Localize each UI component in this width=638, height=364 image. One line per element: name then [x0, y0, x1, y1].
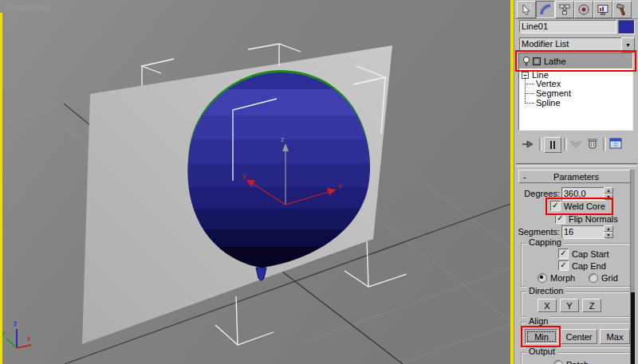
modify-curve-icon	[539, 3, 552, 16]
direction-y-label: Y	[566, 301, 572, 311]
pin-stack-icon	[521, 138, 537, 151]
stack-toolbar	[514, 135, 638, 155]
spinner-up-icon[interactable]: ▴	[604, 187, 613, 194]
cap-end-row: ✓ Cap End	[558, 260, 606, 271]
cap-end-checkbox[interactable]: ✓	[558, 260, 569, 271]
viewport-label[interactable]: Perspective	[5, 2, 50, 12]
tab-display[interactable]	[593, 1, 612, 18]
modifier-box-icon	[533, 57, 541, 65]
rollout-collapse-icon: -	[523, 172, 526, 182]
capping-group-title: Capping	[526, 237, 564, 247]
command-panel: Line01 Modifier List ▼ Lathe	[514, 0, 638, 364]
viewport-canvas: z x y z y x	[0, 0, 514, 364]
align-min-label: Min	[534, 332, 549, 342]
cap-start-checkbox[interactable]: ✓	[558, 249, 569, 259]
grid-radio[interactable]	[589, 273, 598, 283]
make-unique-button[interactable]	[569, 138, 583, 152]
make-unique-icon	[569, 138, 583, 151]
weld-core-checkbox[interactable]: ✓	[550, 201, 561, 211]
tab-create[interactable]	[517, 1, 536, 18]
tripod-z-label: z	[14, 319, 18, 327]
tab-motion[interactable]	[574, 1, 593, 18]
hierarchy-icon	[558, 3, 571, 16]
direction-y-button[interactable]: Y	[560, 299, 579, 312]
morph-label: Morph	[550, 273, 575, 283]
weld-core-label: Weld Core	[564, 202, 605, 211]
direction-z-button[interactable]: Z	[582, 299, 601, 312]
remove-modifier-button[interactable]	[586, 137, 599, 152]
capping-group: Capping ✓ Cap Start ✓ Cap End Morph Grid	[521, 243, 631, 287]
grid-radio-row: Grid	[589, 273, 618, 283]
patch-radio-row: Patch	[553, 360, 589, 364]
tripod-x-label: x	[27, 335, 31, 342]
tab-hierarchy[interactable]	[555, 1, 574, 18]
segments-value: 16	[564, 227, 573, 237]
parameters-rollout-header[interactable]: - Parameters	[518, 170, 634, 183]
direction-x-label: X	[544, 301, 549, 311]
object-name-field[interactable]: Line01	[519, 20, 616, 33]
spinner-up-icon[interactable]: ▴	[604, 225, 613, 232]
patch-radio[interactable]	[553, 360, 563, 364]
align-group-title: Align	[526, 316, 550, 326]
stack-item-segment[interactable]: Segment	[526, 88, 571, 98]
modifier-list-dropdown[interactable]: Modifier List	[519, 37, 626, 51]
tab-utilities[interactable]	[612, 1, 632, 18]
tab-modify[interactable]	[536, 1, 555, 18]
segments-label: Segments:	[516, 227, 560, 237]
perspective-viewport[interactable]: z x y z y x Perspe	[0, 0, 514, 364]
flip-normals-checkbox[interactable]: ✓	[555, 213, 565, 224]
utilities-hammer-icon	[616, 3, 628, 16]
align-max-button[interactable]: Max	[600, 329, 630, 344]
tree-branch-line	[526, 93, 534, 95]
flip-normals-label: Flip Normals	[569, 214, 618, 224]
direction-z-label: Z	[589, 301, 595, 311]
direction-group-title: Direction	[526, 286, 565, 296]
object-name-text: Line01	[522, 22, 548, 31]
remove-modifier-icon	[586, 137, 599, 151]
segments-spinner[interactable]: ▴ ▾	[604, 225, 613, 237]
direction-group: Direction X Y Z	[521, 292, 631, 317]
stack-item-vertex[interactable]: Vertex	[526, 79, 561, 88]
output-group-title: Output	[526, 346, 557, 356]
direction-x-button[interactable]: X	[538, 299, 557, 312]
toolbar-separator	[539, 138, 542, 151]
configure-modifier-sets-icon	[609, 137, 623, 150]
stack-item-segment-label: Segment	[536, 88, 571, 98]
modifier-list-arrow-button[interactable]: ▼	[621, 37, 635, 53]
stack-item-spline[interactable]: Spline	[526, 98, 561, 108]
lightbulb-icon[interactable]	[522, 56, 531, 67]
stack-item-lathe[interactable]: Lathe	[519, 53, 632, 68]
cap-end-label: Cap End	[572, 261, 606, 271]
output-group: Output Patch	[521, 352, 631, 364]
align-center-button[interactable]: Center	[561, 329, 597, 344]
panel-scrollbar-thumb[interactable]	[631, 292, 635, 364]
gizmo-z-label: z	[281, 135, 285, 143]
panel-scrollbar[interactable]	[630, 170, 635, 364]
create-arrow-icon	[520, 3, 533, 16]
stack-item-lathe-label: Lathe	[544, 57, 566, 66]
degrees-spinner[interactable]: ▴ ▾	[604, 187, 613, 198]
show-end-result-button[interactable]	[544, 137, 561, 153]
spinner-down-icon[interactable]: ▾	[604, 232, 613, 238]
parameters-rollout-title: Parameters	[553, 172, 599, 182]
degrees-input[interactable]: 360,0	[561, 187, 606, 201]
grid-label: Grid	[601, 273, 618, 283]
spinner-down-icon[interactable]: ▾	[604, 194, 613, 200]
degrees-label: Degrees:	[516, 189, 560, 198]
toolbar-separator	[603, 138, 606, 151]
panel-divider	[516, 163, 637, 166]
pin-stack-button[interactable]	[521, 138, 537, 152]
align-group: Align Min Center Max	[521, 322, 631, 347]
tree-branch-line	[526, 84, 534, 85]
align-min-button[interactable]: Min	[525, 329, 558, 344]
command-panel-tabs	[514, 0, 638, 19]
active-viewport-border-left	[0, 13, 2, 364]
dropdown-arrow-icon: ▼	[625, 42, 631, 48]
morph-radio[interactable]	[538, 273, 547, 283]
segments-input[interactable]: 16	[561, 225, 606, 239]
weld-core-row: ✓ Weld Core	[550, 201, 605, 211]
object-color-swatch[interactable]	[618, 20, 635, 34]
configure-modifier-sets-button[interactable]	[609, 137, 623, 151]
cap-start-row: ✓ Cap Start	[558, 249, 608, 259]
stack-item-vertex-label: Vertex	[536, 79, 561, 88]
